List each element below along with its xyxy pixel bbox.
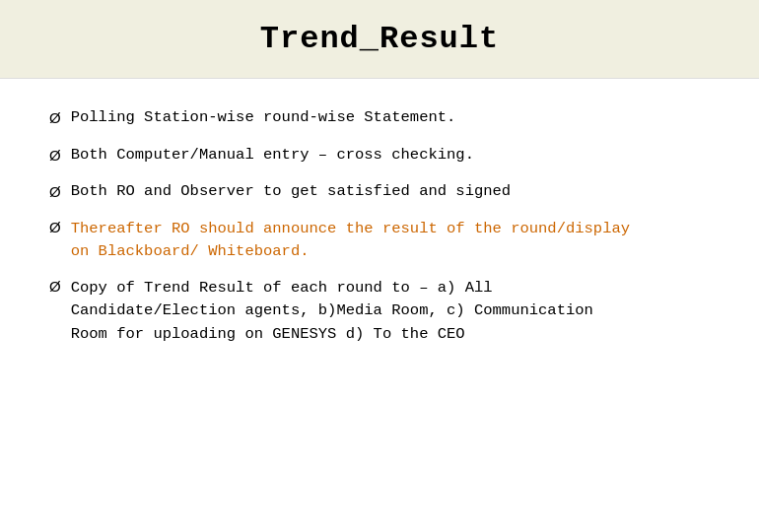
content-area: Ø Polling Station-wise round-wise Statem…: [0, 79, 759, 532]
bullet-symbol-4: Ø: [49, 219, 61, 235]
bullet-4-line-2: on Blackboard/ Whiteboard.: [71, 240, 710, 263]
bullet-item-1: Ø Polling Station-wise round-wise Statem…: [49, 106, 710, 130]
bullet-item-3: Ø Both RO and Observer to get satisfied …: [49, 180, 710, 204]
bullet-symbol-1: Ø: [49, 107, 61, 130]
bullet-text-3: Both RO and Observer to get satisfied an…: [71, 180, 710, 203]
bullet-text-1: Polling Station-wise round-wise Statemen…: [71, 106, 710, 129]
bullet-symbol-3: Ø: [49, 181, 61, 204]
bullet-symbol-5: Ø: [49, 278, 61, 295]
bullet-5-line-3: Room for uploading on GENESYS d) To the …: [71, 323, 710, 346]
bullet-symbol-2: Ø: [49, 145, 61, 167]
bullet-text-block-4: Thereafter RO should announce the result…: [71, 218, 710, 264]
bullet-5-line-1: Copy of Trend Result of each round to – …: [71, 277, 710, 299]
title-bar: Trend_Result: [0, 0, 759, 79]
slide-title: Trend_Result: [260, 21, 499, 57]
bullet-item-2: Ø Both Computer/Manual entry – cross che…: [49, 144, 710, 167]
bullet-text-2: Both Computer/Manual entry – cross check…: [71, 144, 710, 166]
bullet-item-5: Ø Copy of Trend Result of each round to …: [49, 277, 710, 346]
bullet-5-line-2: Candidate/Election agents, b)Media Room,…: [71, 299, 710, 322]
bullet-item-4: Ø Thereafter RO should announce the resu…: [49, 218, 710, 264]
bullet-text-block-5: Copy of Trend Result of each round to – …: [71, 277, 710, 346]
slide-container: Trend_Result Ø Polling Station-wise roun…: [0, 0, 759, 532]
bullet-4-line-1: Thereafter RO should announce the result…: [71, 218, 710, 240]
